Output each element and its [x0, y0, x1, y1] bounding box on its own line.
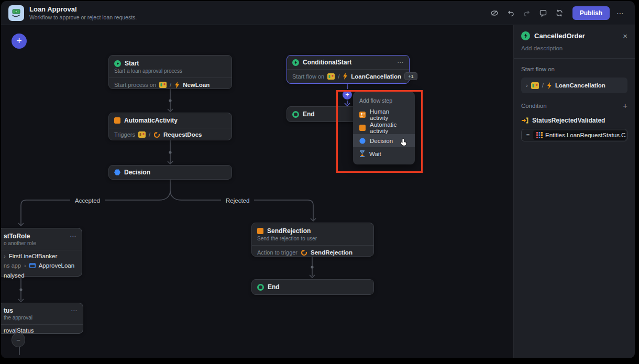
publish-button[interactable]: Publish — [572, 6, 610, 20]
node-menu-button[interactable]: ⋯ — [397, 59, 404, 66]
row-value: NewLoan — [183, 82, 210, 88]
row-value: ApproveLoan — [39, 262, 74, 269]
condition-name: StatusRejectedValidated — [532, 117, 605, 124]
automatic-activity-icon — [359, 125, 366, 131]
automatic-activity-icon — [114, 117, 120, 124]
comment-icon[interactable] — [537, 7, 549, 19]
entity-icon — [536, 132, 543, 138]
collapse-branch-button[interactable]: − — [12, 333, 25, 347]
node-title: Decision — [124, 169, 150, 176]
lightning-icon — [547, 82, 552, 89]
node-conditional-start[interactable]: ConditionalStart ⋯ Start flow on / LoanC… — [287, 55, 410, 84]
node-title: SendRejection — [267, 227, 311, 235]
condition-label: Condition — [521, 103, 547, 109]
node-menu-button[interactable]: ⋯ — [70, 233, 76, 240]
minus-icon: − — [16, 336, 20, 344]
node-menu-button[interactable]: ⋯ — [71, 307, 78, 314]
chevron-right-icon[interactable]: › — [526, 82, 528, 89]
page-subtitle: Workflow to approve or reject loan reque… — [29, 14, 137, 20]
node-send-rejection[interactable]: SendRejection Send the rejection to user… — [251, 223, 374, 257]
row-value: RequestDocs — [163, 131, 202, 138]
app-header: Loan Approval Workflow to approve or rej… — [1, 1, 635, 25]
more-triggers-badge[interactable]: +1 — [404, 72, 417, 80]
row-label: Start flow on — [292, 73, 324, 80]
menu-title: Add flow step — [353, 96, 415, 108]
decision-icon — [359, 138, 366, 144]
node-subtitle: Start a loan approval process — [109, 68, 232, 78]
expression-text: Entities.LoanRequestStatus.Cancelled — [545, 132, 626, 138]
lightning-icon — [343, 73, 348, 80]
app-icon — [159, 82, 167, 88]
node-title: End — [268, 283, 280, 291]
app-title-block: Loan Approval Workflow to approve or rej… — [29, 5, 137, 20]
node-automatic-activity[interactable]: AutomaticActivity Triggers / RequestDocs — [108, 113, 232, 140]
row-value: SendRejection — [311, 249, 352, 256]
node-title: End — [303, 111, 315, 118]
row-value: nalysed — [4, 272, 25, 279]
node-subtitle: Send the rejection to user — [252, 236, 373, 245]
equals-icon: = — [523, 132, 533, 138]
workflow-canvas[interactable]: + Start Start a loan approval process St… — [1, 25, 513, 358]
header-more-button[interactable]: ⋯ — [613, 9, 627, 17]
node-decision[interactable]: Decision — [108, 165, 232, 180]
panel-title: CancelledOrder — [534, 32, 585, 40]
panel-divider — [514, 58, 635, 59]
chevron-right-icon: › — [24, 262, 26, 269]
menu-item-human-activity[interactable]: Human activity — [353, 108, 415, 121]
condition-row[interactable]: StatusRejectedValidated — [521, 117, 627, 124]
menu-item-label: Human activity — [370, 108, 409, 121]
branch-label-accepted: Accepted — [70, 197, 105, 204]
properties-panel: CancelledOrder × Add description Start f… — [513, 25, 635, 358]
flow-trigger-card[interactable]: › / LoanCancellation — [521, 78, 627, 93]
node-title: stToRole — [4, 233, 30, 240]
start-icon — [114, 60, 121, 67]
menu-item-label: Automatic activity — [370, 122, 409, 134]
human-activity-icon — [359, 112, 366, 118]
condition-expression-value: Entities.LoanRequestStatus.Cancelled — [533, 130, 626, 140]
decision-icon — [114, 169, 120, 175]
slash-separator: / — [338, 73, 339, 80]
node-subtitle: the approval — [1, 315, 83, 324]
add-step-on-wire-button[interactable]: + — [343, 90, 352, 100]
close-icon[interactable]: × — [623, 31, 627, 40]
condition-expression-input[interactable]: = Entities.LoanRequestStatus.Cancelled — [521, 129, 627, 141]
menu-item-automatic-activity[interactable]: Automatic activity — [353, 121, 415, 134]
page-title: Loan Approval — [29, 5, 137, 13]
redo-icon[interactable] — [521, 7, 533, 19]
add-node-button[interactable]: + — [12, 34, 27, 49]
node-start[interactable]: Start Start a loan approval process Star… — [108, 55, 232, 89]
menu-item-label: Wait — [369, 151, 381, 157]
description-placeholder[interactable]: Add description — [521, 45, 627, 51]
preview-icon[interactable] — [488, 7, 501, 19]
action-icon — [301, 249, 307, 256]
slash-separator: / — [170, 82, 171, 88]
menu-item-decision[interactable]: Decision — [353, 134, 415, 147]
add-flow-step-menu: Add flow step Human activity Automatic a… — [353, 92, 415, 164]
node-assign-to-role[interactable]: stToRole ⋯ o another role › FirstLineOfB… — [1, 228, 82, 277]
node-end-bottom[interactable]: End — [251, 279, 374, 295]
menu-item-label: Decision — [370, 138, 393, 144]
row-value: LoanCancellation — [351, 73, 401, 80]
node-status[interactable]: tus ⋯ the approval rovalStatus — [1, 303, 83, 334]
end-icon — [292, 111, 299, 118]
condition-input-icon — [521, 117, 528, 124]
slash-separator: / — [542, 82, 544, 89]
action-icon — [153, 131, 160, 138]
end-icon — [257, 284, 264, 291]
condition-header: Condition + — [521, 101, 627, 110]
sync-icon[interactable] — [553, 7, 566, 19]
node-subtitle: o another role — [1, 240, 82, 250]
app-window: Loan Approval Workflow to approve or rej… — [1, 1, 635, 358]
conditional-start-icon — [521, 31, 530, 40]
chevron-right-icon: › — [4, 253, 6, 259]
row-label: Start process on — [114, 82, 156, 88]
slash-separator: / — [149, 131, 150, 138]
panel-header: CancelledOrder × — [521, 25, 627, 40]
row-label: Action to trigger — [257, 249, 298, 256]
node-title: AutomaticActivity — [124, 117, 178, 124]
row-prefix: ns app — [4, 262, 21, 269]
add-condition-button[interactable]: + — [623, 101, 627, 110]
menu-item-wait[interactable]: Wait — [353, 147, 415, 160]
undo-icon[interactable] — [504, 7, 517, 19]
node-title: ConditionalStart — [303, 59, 351, 66]
